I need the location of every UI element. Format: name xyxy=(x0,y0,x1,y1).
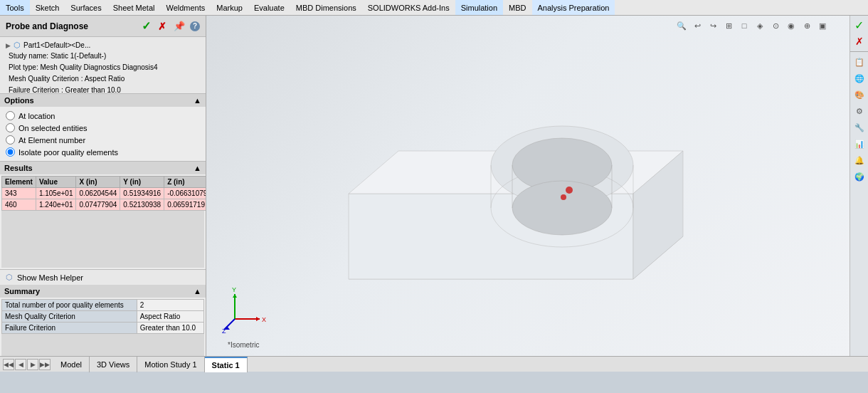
results-label: Results xyxy=(4,164,33,172)
tree-part-icon: ⬡ xyxy=(14,41,21,50)
options-header[interactable]: Options ▲ xyxy=(0,94,206,107)
3d-object xyxy=(292,51,719,350)
summary-mesh-value: Aspect Ratio xyxy=(137,311,203,323)
tab-model[interactable]: Model xyxy=(53,357,90,372)
cell-x-343: 0.06204544 xyxy=(76,188,120,199)
accept-button[interactable]: ✓ xyxy=(139,19,153,33)
right-icon-bell[interactable]: 🔔 xyxy=(852,152,867,168)
radio-at-element[interactable]: At Element number xyxy=(6,135,200,145)
vp-section-btn[interactable]: ⊙ xyxy=(768,19,783,33)
panel-header: Probe and Diagnose ✓ ✗ 📌 ? xyxy=(0,16,206,37)
cell-value-343: 1.105e+01 xyxy=(36,188,76,199)
summary-row-mesh: Mesh Quality Criterion Aspect Ratio xyxy=(2,311,204,323)
right-icon-tool[interactable]: 🔧 xyxy=(852,120,867,135)
menu-tools[interactable]: Tools xyxy=(0,0,30,15)
menu-markup[interactable]: Markup xyxy=(211,0,248,15)
vp-view-btn[interactable]: □ xyxy=(737,19,751,33)
results-collapse-icon: ▲ xyxy=(194,164,201,172)
vp-view2-btn[interactable]: ▣ xyxy=(815,19,830,33)
menu-mbd-dimensions[interactable]: MBD Dimensions xyxy=(290,0,362,15)
right-icon-doc[interactable]: 📋 xyxy=(852,54,867,70)
cancel-button[interactable]: ✗ xyxy=(156,20,169,33)
bottom-tabs: ◀◀ ◀ ▶ ▶▶ Model 3D Views Motion Study 1 … xyxy=(0,356,868,372)
right-icon-gear[interactable]: ⚙ xyxy=(852,103,867,119)
radio-on-selected[interactable]: On selected entities xyxy=(6,123,200,132)
nav-buttons: ◀◀ ◀ ▶ ▶▶ xyxy=(0,359,53,370)
tab-motion-study-1[interactable]: Motion Study 1 xyxy=(137,357,204,372)
svg-text:Y: Y xyxy=(232,286,236,293)
results-table: Element Value X (in) Y (in) Z (in) 343 1… xyxy=(1,176,206,211)
mesh-helper-icon: ⬡ xyxy=(6,273,13,282)
summary-label: Summary xyxy=(4,287,40,295)
table-row[interactable]: 460 1.240e+01 0.07477904 0.52130938 0.06… xyxy=(2,199,207,211)
panel-actions: ✓ ✗ 📌 ? xyxy=(139,19,200,33)
summary-row-total: Total number of poor quality elements 2 xyxy=(2,300,204,311)
menu-surfaces[interactable]: Surfaces xyxy=(65,0,107,15)
radio-at-element-label: At Element number xyxy=(18,136,85,145)
feature-tree: ▶ ⬡ Part1<Default><De... Study name: Sta… xyxy=(0,37,206,94)
right-icon-chart[interactable]: 📊 xyxy=(852,136,867,152)
tab-3d-views[interactable]: 3D Views xyxy=(90,357,137,372)
menu-mbd[interactable]: MBD xyxy=(503,0,531,15)
svg-point-9 xyxy=(512,181,612,235)
mesh-quality: Mesh Quality Criterion : Aspect Ratio xyxy=(9,73,200,85)
nav-prev[interactable]: ◀ xyxy=(15,359,26,370)
menu-evaluate[interactable]: Evaluate xyxy=(248,0,290,15)
summary-total-value: 2 xyxy=(137,300,203,311)
help-button[interactable]: ? xyxy=(190,21,200,31)
table-row[interactable]: 343 1.105e+01 0.06204544 0.51934916 -0.0… xyxy=(2,188,207,199)
right-icons-panel: ✓ ✗ 📋 🌐 🎨 ⚙ 🔧 📊 🔔 🌍 xyxy=(850,16,868,356)
radio-isolate-poor-label: Isolate poor quality elements xyxy=(18,148,118,157)
right-icon-x[interactable]: ✗ xyxy=(852,33,867,49)
radio-at-location[interactable]: At location xyxy=(6,111,200,120)
menu-weldments[interactable]: Weldments xyxy=(160,0,211,15)
results-content: Element Value X (in) Y (in) Z (in) 343 1… xyxy=(0,174,206,269)
right-icon-world[interactable]: 🌍 xyxy=(852,169,867,184)
mesh-helper-button[interactable]: ⬡ Show Mesh Helper xyxy=(0,270,206,285)
nav-next[interactable]: ▶ xyxy=(27,359,38,370)
vp-appearance-btn[interactable]: ◉ xyxy=(784,19,798,33)
vp-grid-btn[interactable]: ⊞ xyxy=(721,19,736,33)
menu-bar: Tools Sketch Surfaces Sheet Metal Weldme… xyxy=(0,0,868,16)
summary-collapse-icon: ▲ xyxy=(194,287,201,295)
vp-scene-btn[interactable]: ⊕ xyxy=(800,19,814,33)
col-x: X (in) xyxy=(76,177,120,188)
menu-analysis-preparation[interactable]: Analysis Preparation xyxy=(532,0,615,15)
coordinate-axes: X Y Z xyxy=(221,283,270,335)
svg-text:X: X xyxy=(262,316,266,323)
summary-section: Summary ▲ Total number of poor quality e… xyxy=(0,285,206,356)
options-radio-group: At location On selected entities At Elem… xyxy=(6,111,200,157)
tab-static-1[interactable]: Static 1 xyxy=(205,357,248,372)
menu-sketch[interactable]: Sketch xyxy=(30,0,65,15)
summary-table: Total number of poor quality elements 2 … xyxy=(1,299,204,334)
vp-display-btn[interactable]: ◈ xyxy=(753,19,767,33)
tree-part[interactable]: ▶ ⬡ Part1<Default><De... xyxy=(6,40,200,51)
menu-sheet-metal[interactable]: Sheet Metal xyxy=(107,0,161,15)
col-y: Y (in) xyxy=(120,177,164,188)
menu-solidworks-addins[interactable]: SOLIDWORKS Add-Ins xyxy=(362,0,455,15)
menu-simulation[interactable]: Simulation xyxy=(455,0,503,15)
vp-search-btn[interactable]: 🔍 xyxy=(674,19,689,33)
cell-element-343: 343 xyxy=(2,188,36,199)
right-icon-palette[interactable]: 🎨 xyxy=(852,87,867,103)
summary-row-failure: Failure Criterion Greater than 10.0 xyxy=(2,323,204,334)
options-collapse-icon: ▲ xyxy=(194,96,201,105)
divider xyxy=(850,51,868,52)
summary-mesh-label: Mesh Quality Criterion xyxy=(2,311,137,323)
nav-last[interactable]: ▶▶ xyxy=(39,359,51,370)
radio-isolate-poor[interactable]: Isolate poor quality elements xyxy=(6,147,200,157)
summary-content: Total number of poor quality elements 2 … xyxy=(0,298,206,356)
pin-button[interactable]: 📌 xyxy=(171,20,187,32)
tree-expand-icon: ▶ xyxy=(6,42,11,49)
vp-undo-btn[interactable]: ↩ xyxy=(690,19,704,33)
right-icon-check[interactable]: ✓ xyxy=(852,17,867,33)
svg-marker-17 xyxy=(233,294,237,298)
summary-header[interactable]: Summary ▲ xyxy=(0,285,206,298)
vp-redo-btn[interactable]: ↪ xyxy=(706,19,720,33)
nav-first[interactable]: ◀◀ xyxy=(3,359,14,370)
viewport[interactable]: 🔍 ↩ ↪ ⊞ □ ◈ ⊙ ◉ ⊕ ▣ xyxy=(206,16,850,356)
cell-x-460: 0.07477904 xyxy=(76,199,120,211)
results-header[interactable]: Results ▲ xyxy=(0,162,206,174)
summary-failure-label: Failure Criterion xyxy=(2,323,137,334)
right-icon-globe[interactable]: 🌐 xyxy=(852,70,867,86)
